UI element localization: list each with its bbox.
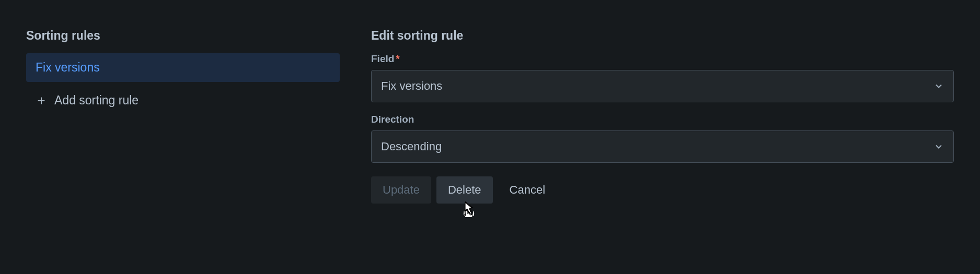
direction-label: Direction — [371, 114, 954, 125]
action-buttons: Update Delete Cancel — [371, 176, 954, 204]
field-label: Field * — [371, 53, 954, 65]
field-group-direction: Direction Descending — [371, 114, 954, 163]
chevron-down-icon — [933, 141, 944, 152]
sorting-rule-item[interactable]: Fix versions — [26, 53, 340, 82]
field-group-field: Field * Fix versions — [371, 53, 954, 102]
field-select-value: Fix versions — [381, 79, 442, 93]
required-asterisk: * — [396, 53, 399, 65]
sorting-rules-panel: Sorting rules Fix versions Add sorting r… — [26, 29, 340, 204]
add-sorting-rule-button[interactable]: Add sorting rule — [26, 87, 148, 114]
cancel-button[interactable]: Cancel — [498, 176, 557, 204]
sorting-rule-label: Fix versions — [36, 61, 100, 74]
delete-button[interactable]: Delete — [436, 176, 493, 204]
edit-sorting-rule-title: Edit sorting rule — [371, 29, 954, 43]
update-button[interactable]: Update — [371, 176, 431, 204]
direction-select[interactable]: Descending — [371, 130, 954, 163]
direction-select-value: Descending — [381, 140, 442, 153]
sorting-rules-title: Sorting rules — [26, 29, 340, 43]
chevron-down-icon — [933, 81, 944, 91]
field-select[interactable]: Fix versions — [371, 70, 954, 102]
add-sorting-rule-label: Add sorting rule — [54, 93, 139, 108]
edit-sorting-rule-panel: Edit sorting rule Field * Fix versions — [371, 29, 954, 204]
plus-icon — [36, 95, 47, 106]
